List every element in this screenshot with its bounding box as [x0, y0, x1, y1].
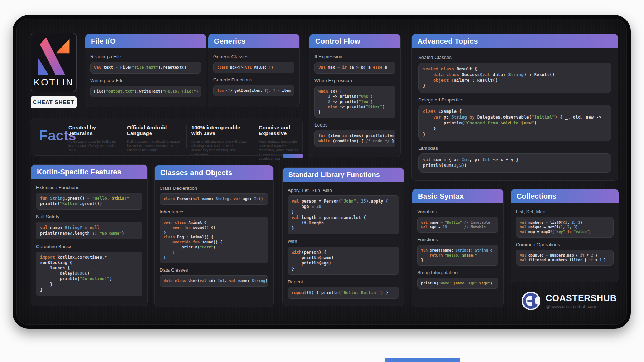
card-body: Sealed Classessealed class Result { data… — [412, 48, 618, 180]
section-label: Generic Classes — [213, 54, 294, 59]
fact-title: Official Android Language — [127, 125, 181, 136]
section-label: If Expression — [314, 54, 395, 59]
section-label: Repeat — [288, 279, 399, 284]
section-label: Sealed Classes — [418, 55, 611, 60]
deskmat-photo: KOTLIN CHEAT SHEET File I/O Reading a Fi… — [0, 0, 644, 362]
fact-title: Concise and Expressive — [259, 125, 299, 136]
code-snippet: class Person(val name: String, var age: … — [160, 193, 268, 205]
card-kotlin-specific-features: Kotlin-Specific Features Extension Funct… — [31, 164, 148, 306]
code-snippet: val sum = { x: Int, y: Int -> x + y } pr… — [418, 153, 611, 173]
code-snippet: File("output.txt").writeText("Hello, Fil… — [90, 86, 201, 98]
gradient-pill — [283, 154, 303, 158]
section-label: String Interpolation — [417, 270, 498, 275]
section-label: Reading a File — [90, 54, 201, 59]
card-title: Advanced Topics — [412, 34, 618, 48]
code-snippet: fun <T> getItem(item: T): T = item — [213, 85, 294, 96]
card-title: Control Flow — [309, 34, 400, 48]
section-label: Class Decleration — [160, 185, 268, 191]
code-snippet: val person = Person("John", 25).apply { … — [288, 195, 399, 234]
card-body: Apply, Let, Run, Alsoval person = Person… — [283, 182, 404, 305]
section-label: Generic Functions — [213, 77, 294, 83]
code-snippet: with(person) { println(name) println(age… — [288, 247, 399, 275]
card-basic-syntax: Basic Syntax Variablesval name = "Kotlin… — [412, 189, 504, 307]
code-snippet: sealed class Result { data class Success… — [418, 63, 611, 93]
card-title: File I/O — [85, 34, 206, 48]
cheat-sheet-badge: CHEAT SHEET — [31, 96, 77, 108]
fact-title: Created by JetBrains — [68, 125, 118, 136]
code-snippet: when (x) { 1 -> println("One") 2 -> prin… — [314, 86, 395, 118]
fact-item: Official Android Language Kotlin became … — [127, 125, 181, 152]
brand-url: @ www.coastershub.com — [546, 304, 617, 309]
fact-item: 100% interoperable with Java Kotlin is f… — [191, 125, 249, 157]
section-label: Delegated Properties — [418, 97, 611, 103]
section-label: Coroutine Basics — [36, 244, 142, 249]
card-control-flow: Control Flow If Expressionval max = if (… — [309, 34, 401, 157]
facts-panel: Facts Created by JetBrains Kotlin was cr… — [31, 118, 303, 156]
code-snippet: val numbers = listOf(1, 2, 3) val unique… — [516, 217, 614, 238]
section-label: Extension Functions — [36, 185, 142, 190]
card-generics: Generics Generic Classesclass Box<T>(val… — [208, 34, 300, 107]
card-classes-and-objects: Classes and Objects Class Declerationcla… — [154, 165, 274, 307]
bottom-page-strip — [385, 358, 460, 362]
section-label: Null Safety — [36, 214, 142, 219]
section-label: With — [288, 239, 399, 244]
section-label: List, Set, Map — [516, 209, 614, 214]
section-label: Writing to a File — [90, 78, 201, 83]
card-standard-library-functions: Standard Library Functions Apply, Let, R… — [282, 167, 404, 306]
card-body: Class Declerationclass Person(val name: … — [155, 180, 273, 293]
divider — [122, 125, 122, 148]
card-title: Standard Library Functions — [283, 168, 404, 182]
coastershub-logo-icon — [521, 291, 541, 311]
code-snippet: val name = "Kotlin" // Immutable val age… — [417, 217, 498, 233]
card-collections: Collections List, Set, Mapval numbers = … — [511, 189, 619, 282]
card-title: Collections — [511, 189, 619, 203]
coastershub-brand: COASTERSHUB @ www.coastershub.com — [521, 286, 628, 316]
code-snippet: repeat(5) { println("Hello, Kotlin!") } — [288, 287, 399, 299]
code-snippet: val max = if (a > b) a else b — [314, 62, 395, 74]
section-label: Variables — [417, 209, 498, 214]
code-snippet: for (item in items) println(item) while … — [314, 130, 395, 147]
kotlin-k-icon — [36, 35, 72, 76]
kotlin-logo-block: KOTLIN CHEAT SHEET — [31, 33, 77, 108]
section-label: Inheritance — [160, 209, 268, 214]
code-snippet: val doubled = numbers.map { it * 2 } val… — [516, 250, 614, 266]
code-snippet: data class User(val id: Int, val name: S… — [160, 275, 268, 287]
fact-text: Kotlin was created by JetBrains in 2011 … — [68, 139, 118, 152]
brand-name: COASTERSHUB — [546, 293, 617, 303]
card-body: If Expressionval max = if (a > b) a else… — [309, 48, 400, 153]
code-snippet: fun String.greet() = "Hello, $this!" pri… — [36, 193, 142, 210]
code-snippet: import kotlinx.coroutines.* runBlocking … — [36, 252, 142, 296]
section-label: When Expression — [314, 78, 395, 83]
card-title: Kotlin-Specific Features — [31, 165, 147, 179]
code-snippet: class Box<T>(val value: T) — [213, 62, 294, 73]
card-title: Basic Syntax — [412, 189, 503, 203]
section-label: Apply, Let, Run, Also — [288, 188, 399, 193]
code-snippet: fun greet(name: String): String { return… — [417, 245, 498, 266]
card-title: Classes and Objects — [155, 165, 273, 180]
card-file-io: File I/O Reading a Fileval text = File("… — [85, 34, 206, 107]
kotlin-wordmark: KOTLIN — [34, 77, 74, 88]
card-advanced-topics: Advanced Topics Sealed Classessealed cla… — [411, 34, 618, 181]
section-label: Functions — [417, 237, 498, 242]
code-snippet: println("Name: $name, Age: $age") — [417, 278, 498, 289]
code-snippet: val name: String? = null println(name?.l… — [36, 222, 142, 239]
section-label: Lambdas — [418, 145, 611, 151]
card-body: Reading a Fileval text = File("file.text… — [85, 48, 206, 104]
card-body: Variablesval name = "Kotlin" // Immutabl… — [412, 203, 503, 295]
card-body: List, Set, Mapval numbers = listOf(1, 2,… — [511, 203, 619, 272]
section-label: Common Operations — [516, 242, 614, 247]
card-body: Generic Classesclass Box<T>(val value: T… — [208, 48, 299, 103]
code-snippet: open class Animal { open fun sound() {} … — [160, 217, 268, 263]
fact-title: 100% interoperable with Java — [191, 125, 249, 136]
divider — [254, 125, 254, 148]
code-snippet: class Example { var p: String by Delegat… — [418, 105, 611, 141]
code-snippet: val text = File("file.text").readtext() — [90, 62, 201, 74]
section-label: Data Classes — [160, 267, 268, 273]
card-body: Extension Functionsfun String.greet() = … — [31, 179, 147, 302]
fact-text: Kotlin became the official language for … — [127, 139, 181, 152]
fact-item: Created by JetBrains Kotlin was created … — [68, 125, 118, 152]
section-label: Loops — [314, 122, 395, 128]
kotlin-logo-card: KOTLIN — [31, 33, 77, 92]
card-title: Generics — [208, 34, 299, 48]
fact-text: Kotlin is fully interoperable with Java,… — [191, 139, 249, 157]
